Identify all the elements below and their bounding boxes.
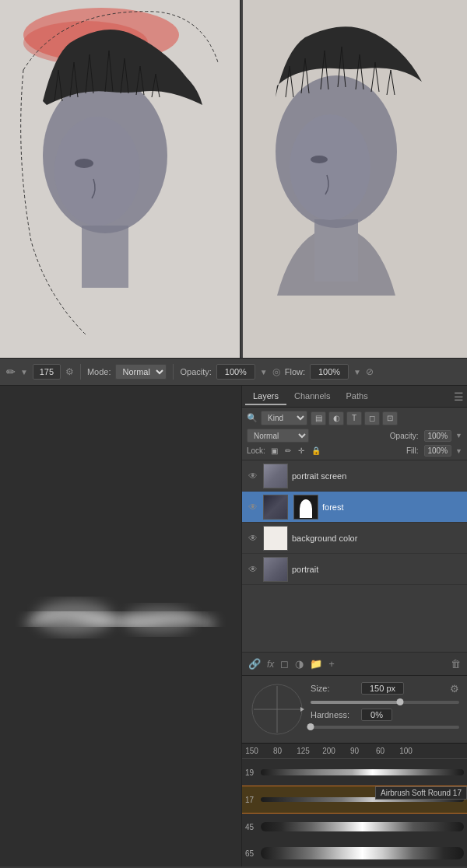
preset-num-65: 65: [245, 849, 261, 858]
delete-layer-btn[interactable]: 🗑: [451, 658, 461, 670]
opacity-arrow[interactable]: ▼: [260, 368, 268, 376]
brush-dropdown-arrow[interactable]: ▼: [20, 368, 28, 376]
lock-all-btn[interactable]: 🔒: [309, 446, 323, 456]
kind-pixel-icon[interactable]: ▤: [311, 411, 326, 425]
brush-preset-size-150[interactable]: 150: [242, 747, 262, 755]
adjustment-btn[interactable]: ◑: [295, 658, 304, 670]
layer-thumb-background-color: [263, 526, 288, 551]
svg-point-12: [35, 600, 113, 635]
hardness-row: Hardness: 0%: [311, 709, 459, 721]
brush-preset-19[interactable]: 19: [242, 759, 467, 786]
eye-portrait-screen[interactable]: 👁: [247, 471, 259, 481]
kind-icons: ▤ ◐ T ◻ ⊡: [311, 411, 398, 425]
svg-rect-4: [82, 226, 128, 288]
opacity-val-layers[interactable]: 100%: [424, 430, 452, 442]
brush-preset-17[interactable]: 17 Airbrush Soft Round 17: [242, 786, 467, 814]
brush-preset-size-80[interactable]: 80: [268, 747, 287, 755]
size-slider[interactable]: [311, 701, 459, 704]
hardness-slider[interactable]: [311, 726, 459, 729]
layer-item-background-color[interactable]: 👁 background color: [242, 523, 467, 554]
panel-menu-icon[interactable]: ☰: [454, 390, 464, 403]
size-row: Size: 150 px ⚙: [311, 682, 459, 695]
lock-position-btn[interactable]: ✛: [296, 446, 307, 456]
brush-size-display[interactable]: 175: [33, 364, 61, 380]
group-btn[interactable]: 📁: [310, 658, 322, 670]
kind-row: 🔍 Kind ▤ ◐ T ◻ ⊡: [247, 411, 462, 425]
layers-panel: Layers Channels Paths ☰ 🔍 Kind ▤ ◐ T: [241, 386, 467, 675]
brush-preset-45[interactable]: 45: [242, 814, 467, 840]
sep-2: [173, 364, 174, 380]
preset-17-tooltip: Airbrush Soft Round 17: [375, 786, 467, 800]
svg-point-13: [125, 606, 195, 634]
layers-list: 👁 portrait screen 👁 forest: [242, 460, 467, 652]
mode-select[interactable]: Normal: [115, 364, 167, 380]
brush-settings-inner: Size: 150 px ⚙ Hardness: 0%: [250, 682, 459, 737]
brush-stroke-preview-svg: [12, 575, 230, 668]
brush-preset-size-200[interactable]: 200: [319, 747, 339, 755]
fx-btn[interactable]: fx: [267, 659, 274, 670]
brush-preset-size-90[interactable]: 90: [345, 747, 364, 755]
search-icon[interactable]: 🔍: [247, 413, 258, 423]
eye-background-color[interactable]: 👁: [247, 533, 259, 544]
mask-btn[interactable]: ◻: [280, 658, 289, 670]
kind-smart-icon[interactable]: ⊡: [382, 411, 398, 425]
layer-item-forest[interactable]: 👁 forest: [242, 492, 467, 523]
kind-shape-icon[interactable]: ◻: [364, 411, 380, 425]
layer-thumb-portrait: [263, 557, 288, 582]
portrait-svg-right: [243, 0, 467, 358]
kind-text-icon[interactable]: T: [346, 411, 362, 425]
tablet-pressure-icon[interactable]: ⊘: [366, 366, 374, 377]
brush-settings-icon[interactable]: ⚙: [65, 366, 74, 377]
hardness-value[interactable]: 0%: [361, 709, 392, 721]
kind-select[interactable]: Kind: [261, 411, 307, 425]
blend-mode-select[interactable]: Normal: [247, 429, 309, 443]
eye-portrait[interactable]: 👁: [247, 564, 259, 575]
canvas-area: [0, 0, 467, 358]
flow-arrow[interactable]: ▼: [353, 368, 361, 376]
size-value[interactable]: 150 px: [361, 682, 404, 695]
size-slider-container: [311, 701, 459, 704]
link-layers-btn[interactable]: 🔗: [248, 658, 261, 670]
brush-preset-size-125[interactable]: 125: [293, 747, 313, 755]
preset-num-45: 45: [245, 823, 261, 831]
fill-arrow[interactable]: ▼: [455, 447, 462, 455]
opacity-label: Opacity:: [180, 367, 211, 376]
brush-preset-size-100[interactable]: 100: [396, 747, 416, 755]
brush-circle-preview: [250, 682, 304, 737]
preset-num-19: 19: [245, 768, 261, 777]
brush-tool-icon[interactable]: ✏: [6, 366, 16, 378]
tab-channels[interactable]: Channels: [286, 388, 338, 405]
brush-circle-svg: [250, 682, 304, 737]
svg-rect-9: [314, 219, 358, 282]
brush-settings-box: Size: 150 px ⚙ Hardness: 0%: [241, 675, 467, 743]
portrait-svg-left: [0, 0, 241, 358]
layers-tabs: Layers Channels Paths ☰: [242, 386, 467, 408]
sep-1: [80, 364, 81, 380]
tab-layers[interactable]: Layers: [245, 388, 286, 405]
layer-name-background-color: background color: [292, 534, 462, 543]
fill-val[interactable]: 100%: [424, 445, 452, 457]
lock-transparent-btn[interactable]: ▣: [269, 446, 280, 456]
layer-thumb-forest: [263, 495, 288, 520]
lock-image-btn[interactable]: ✏: [283, 446, 293, 456]
eye-forest[interactable]: 👁: [247, 502, 259, 513]
kind-adjust-icon[interactable]: ◐: [328, 411, 344, 425]
size-slider-thumb[interactable]: [396, 698, 403, 705]
layer-item-portrait[interactable]: 👁 portrait: [242, 554, 467, 585]
brush-preset-65[interactable]: 65: [242, 840, 467, 866]
new-layer-btn[interactable]: +: [328, 658, 335, 670]
flow-label: Flow:: [285, 367, 305, 376]
airbrush-icon[interactable]: ◎: [272, 366, 280, 377]
canvas-right[interactable]: [243, 0, 467, 358]
layers-controls: 🔍 Kind ▤ ◐ T ◻ ⊡ Normal: [242, 408, 467, 460]
brush-gear-icon[interactable]: ⚙: [450, 683, 459, 695]
flow-display[interactable]: 100%: [310, 364, 349, 380]
canvas-left[interactable]: [0, 0, 241, 358]
right-panel: Layers Channels Paths ☰ 🔍 Kind ▤ ◐ T: [241, 386, 467, 866]
layer-item-portrait-screen[interactable]: 👁 portrait screen: [242, 460, 467, 492]
opacity-layers-arrow[interactable]: ▼: [455, 432, 462, 439]
tab-paths[interactable]: Paths: [339, 388, 376, 405]
opacity-display[interactable]: 100%: [216, 364, 255, 380]
hardness-slider-thumb[interactable]: [307, 723, 314, 730]
brush-preset-size-60[interactable]: 60: [370, 747, 390, 755]
